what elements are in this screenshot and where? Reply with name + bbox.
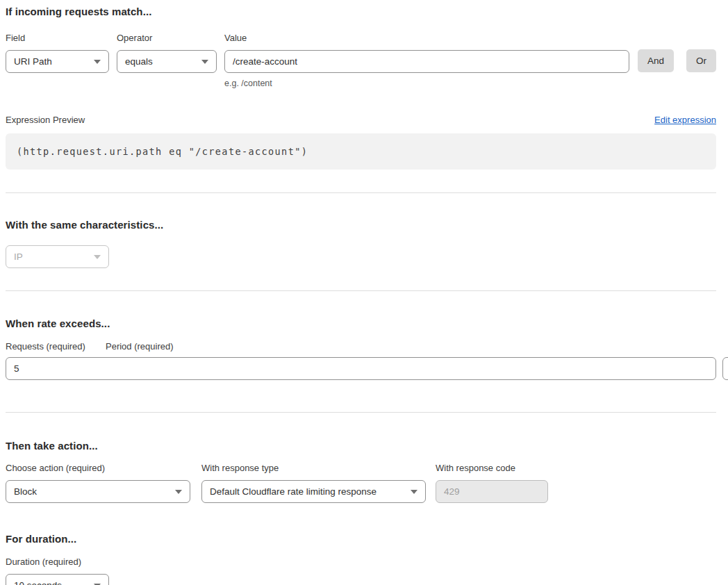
match-builder-row: Field URI Path Operator equals Value e.g… (6, 33, 716, 88)
action-controls-row: Choose action (required) Block With resp… (6, 463, 716, 503)
field-label: Field (6, 33, 109, 43)
duration-section-heading: For duration... (6, 533, 716, 545)
response-type-select[interactable]: Default Cloudflare rate limiting respons… (201, 480, 426, 503)
section-divider (6, 412, 716, 413)
operator-select-value: equals (125, 56, 153, 67)
response-code-input (436, 480, 548, 503)
expression-preview-box: (http.request.uri.path eq "/create-accou… (6, 133, 716, 170)
operator-label: Operator (117, 33, 217, 43)
response-code-label: With response code (436, 463, 548, 473)
duration-select-value: 10 seconds (14, 580, 62, 585)
operator-select[interactable]: equals (117, 50, 217, 73)
period-label: Period (required) (106, 341, 174, 352)
and-button[interactable]: And (638, 49, 674, 72)
characteristics-select-value: IP (14, 252, 23, 262)
expression-code: (http.request.uri.path eq "/create-accou… (17, 146, 308, 157)
field-group-field: Field URI Path (6, 33, 109, 73)
rate-limiting-rule-form: If incoming requests match... Field URI … (0, 0, 728, 585)
chevron-down-icon (94, 255, 101, 259)
choose-action-label: Choose action (required) (6, 463, 190, 473)
field-group-choose-action: Choose action (required) Block (6, 463, 190, 503)
field-select-value: URI Path (14, 56, 52, 67)
expression-preview-label: Expression Preview (6, 115, 85, 125)
value-input[interactable] (224, 50, 629, 73)
choose-action-select[interactable]: Block (6, 480, 190, 503)
choose-action-select-value: Block (14, 486, 37, 497)
duration-label: Duration (required) (6, 557, 716, 567)
chevron-down-icon (175, 490, 182, 494)
match-section-heading: If incoming requests match... (6, 6, 716, 17)
rate-controls-row: 10 seconds (6, 357, 716, 380)
expression-preview-header: Expression Preview Edit expression (6, 115, 716, 125)
requests-label: Requests (required) (6, 341, 106, 352)
requests-input[interactable] (6, 357, 716, 380)
period-select[interactable]: 10 seconds (722, 357, 728, 380)
section-divider (6, 192, 716, 193)
chevron-down-icon (201, 60, 208, 64)
rate-section-heading: When rate exceeds... (6, 318, 716, 329)
section-divider (6, 290, 716, 291)
chevron-down-icon (94, 60, 101, 64)
response-type-label: With response type (201, 463, 426, 473)
edit-expression-link[interactable]: Edit expression (654, 115, 716, 125)
action-section-heading: Then take action... (6, 440, 716, 452)
characteristics-section-heading: With the same characteristics... (6, 219, 716, 231)
rate-labels-row: Requests (required) Period (required) (6, 341, 716, 352)
or-button[interactable]: Or (686, 49, 716, 72)
field-group-operator: Operator equals (117, 33, 217, 73)
field-select[interactable]: URI Path (6, 50, 109, 73)
characteristics-select: IP (6, 245, 109, 268)
response-type-select-value: Default Cloudflare rate limiting respons… (210, 486, 377, 497)
value-label: Value (224, 33, 629, 43)
value-helper-text: e.g. /content (224, 79, 629, 88)
chevron-down-icon (411, 490, 417, 494)
field-group-response-code: With response code (436, 463, 548, 503)
duration-select[interactable]: 10 seconds (6, 574, 109, 585)
field-group-value: Value e.g. /content (224, 33, 629, 88)
field-group-response-type: With response type Default Cloudflare ra… (201, 463, 426, 503)
